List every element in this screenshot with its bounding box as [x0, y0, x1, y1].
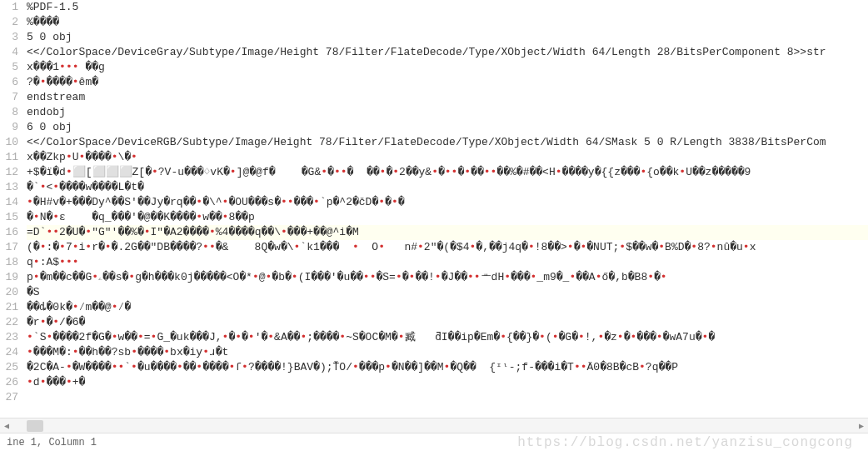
code-line[interactable]: •d•���•+� — [27, 375, 868, 390]
code-line[interactable]: �S — [27, 285, 868, 300]
line-number: 4 — [5, 45, 18, 60]
code-line[interactable]: =D`••2�U�•"G"'��%�•I"�A2����•%4����q��\•… — [27, 225, 868, 240]
line-number: 26 — [5, 375, 18, 390]
line-number: 1 — [5, 0, 18, 15]
watermark-text: https://blog.csdn.net/yanzisu_congcong — [517, 435, 861, 450]
line-number: 14 — [5, 195, 18, 210]
code-line[interactable]: �r•�•/�6� — [27, 315, 868, 330]
line-number: 21 — [5, 300, 18, 315]
line-number-gutter: 1234567891011121314151617181920212223242… — [0, 0, 27, 418]
code-line[interactable]: %���� — [27, 15, 868, 30]
code-line[interactable]: q•:A$••• — [27, 255, 868, 270]
code-line[interactable]: x���1••• ��g — [27, 60, 868, 75]
line-number: 24 — [5, 345, 18, 360]
line-number: 19 — [5, 270, 18, 285]
line-number: 20 — [5, 285, 18, 300]
code-line[interactable]: 6 0 obj — [27, 120, 868, 135]
code-line[interactable]: 5 0 obj — [27, 30, 868, 45]
code-line[interactable]: endstream — [27, 90, 868, 105]
horizontal-scrollbar[interactable]: ◀ ▶ — [0, 418, 868, 433]
code-line[interactable]: endobj — [27, 105, 868, 120]
line-number: 27 — [5, 390, 18, 405]
line-number: 7 — [5, 90, 18, 105]
code-line[interactable]: �`•<•����w����L�t� — [27, 180, 868, 195]
code-line[interactable]: +$�ï�d•⬜[⬜⬜⬜Z[�•?V-u���♢vK�•]@�@f� �G&•�… — [27, 165, 868, 180]
line-number: 3 — [5, 30, 18, 45]
cursor-position: ine 1, Column 1 — [7, 437, 517, 448]
line-number: 6 — [5, 75, 18, 90]
code-line[interactable] — [27, 390, 868, 405]
code-line[interactable]: �•N�•ε �q_���'�@��K����•w��•8��p — [27, 210, 868, 225]
scrollbar-track[interactable] — [27, 420, 841, 432]
line-number: 10 — [5, 135, 18, 150]
line-number: 15 — [5, 210, 18, 225]
code-line[interactable]: •`S•����2f�G�•w��•=•G_�uk���J,•�•�•'�•&A… — [27, 330, 868, 345]
scrollbar-thumb[interactable] — [27, 420, 43, 432]
scroll-left-arrow-icon[interactable]: ◀ — [0, 419, 13, 433]
line-number: 17 — [5, 240, 18, 255]
scroll-right-arrow-icon[interactable]: ▶ — [855, 419, 868, 433]
code-line[interactable]: •���M�:•��h��?sb•����•bx�iy•ɹ�t — [27, 345, 868, 360]
line-number: 2 — [5, 15, 18, 30]
code-line[interactable]: ?�•����•êm� — [27, 75, 868, 90]
line-number: 11 — [5, 150, 18, 165]
code-line[interactable]: �2C�A-•�W����••`•�u����•��•����•ſ•?����!… — [27, 360, 868, 375]
line-number: 22 — [5, 315, 18, 330]
line-number: 8 — [5, 105, 18, 120]
code-content-area[interactable]: %PDF-1.5%����5 0 obj<</ColorSpace/Device… — [27, 0, 868, 418]
line-number: 25 — [5, 360, 18, 375]
code-line[interactable]: ��ȡ�0k�•⁄m��@•⁄� — [27, 300, 868, 315]
code-line[interactable]: p•�m��c��G•ۦ��s�•g�h���k0j�����<O�*•@•�b… — [27, 270, 868, 285]
code-line[interactable]: •�H#v�+���Dy^��S'��Jy�rq��•�\^•�OU���s�•… — [27, 195, 868, 210]
line-number: 23 — [5, 330, 18, 345]
line-number: 5 — [5, 60, 18, 75]
code-line[interactable]: <</ColorSpace/DeviceGray/Subtype/Image/H… — [27, 45, 868, 60]
line-number: 16 — [5, 225, 18, 240]
code-line[interactable]: x��Zkp•U•����•\�• — [27, 150, 868, 165]
code-line[interactable]: (�•:�•7•i•r�•�.2G��"DB����?••�& 8Q�w�\•`… — [27, 240, 868, 255]
line-number: 9 — [5, 120, 18, 135]
editor-container: 1234567891011121314151617181920212223242… — [0, 0, 868, 418]
status-bar: ine 1, Column 1 https://blog.csdn.net/ya… — [0, 433, 868, 451]
line-number: 18 — [5, 255, 18, 270]
code-line[interactable]: %PDF-1.5 — [27, 0, 868, 15]
code-line[interactable]: <</ColorSpace/DeviceRGB/Subtype/Image/He… — [27, 135, 868, 150]
line-number: 13 — [5, 180, 18, 195]
line-number: 12 — [5, 165, 18, 180]
